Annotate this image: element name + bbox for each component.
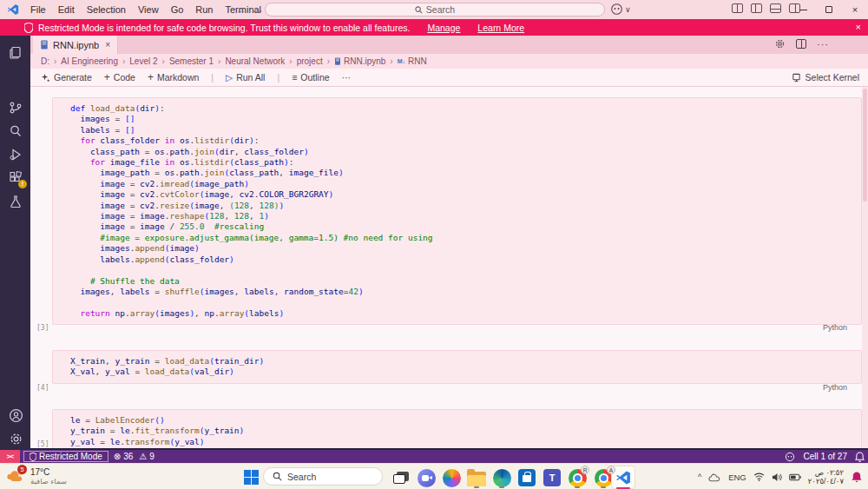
file-explorer-button[interactable] <box>466 467 487 488</box>
split-editor-icon[interactable] <box>796 39 806 49</box>
tab-label: RNN.ipynb <box>53 40 99 50</box>
toggle-panel-icon[interactable] <box>770 3 781 13</box>
chrome-profile-badge: A <box>607 466 615 474</box>
code-editor[interactable]: X_train, y_train = load_data(train_dir)X… <box>70 356 861 378</box>
activity-bar: ! <box>0 36 30 450</box>
wifi-icon[interactable] <box>753 472 765 481</box>
breadcrumb-cell[interactable]: M↓ RNN <box>398 56 427 66</box>
account-icon[interactable] <box>8 407 23 423</box>
customize-layout-icon[interactable] <box>732 3 743 13</box>
microsoft-store-button[interactable] <box>516 467 537 488</box>
settings-gear-icon[interactable] <box>8 431 23 446</box>
chrome-profile-badge: R <box>581 466 589 474</box>
minimize-button[interactable] <box>790 0 816 19</box>
restricted-mode-banner: Restricted Mode is intended for safe cod… <box>0 19 868 36</box>
menu-file[interactable]: File <box>24 0 52 19</box>
breadcrumb-project[interactable]: project <box>297 56 334 66</box>
code-cell-1[interactable]: def load_data(dir): images = [] labels =… <box>52 97 862 325</box>
command-center-search[interactable]: Search <box>265 3 605 17</box>
kernel-icon <box>792 73 801 83</box>
testing-icon[interactable] <box>8 194 23 209</box>
execution-count: [3] <box>36 324 49 332</box>
banner-close-icon[interactable]: × <box>856 19 861 36</box>
copilot-icon <box>610 3 623 16</box>
code-cell-2[interactable]: X_train, y_train = load_data(train_dir)X… <box>52 350 862 384</box>
code-cell-3[interactable]: le = LabelEncoder()y_train = le.fit_tran… <box>52 409 862 448</box>
explorer-icon[interactable] <box>8 45 23 61</box>
menu-selection[interactable]: Selection <box>81 0 132 19</box>
copilot-menu-button[interactable]: ∨ <box>610 3 631 16</box>
running-indicator <box>499 486 504 488</box>
forward-icon[interactable]: → <box>253 0 264 19</box>
language-indicator[interactable]: ENG <box>728 472 746 482</box>
cell-language-label[interactable]: Python <box>823 323 847 332</box>
breadcrumb-level-2[interactable]: Level 2 <box>129 56 169 66</box>
generate-button[interactable]: Generate <box>41 72 92 83</box>
maximize-button[interactable] <box>816 0 842 19</box>
breadcrumb-neural-network[interactable]: Neural Network <box>225 56 296 66</box>
add-markdown-button[interactable]: + Markdown <box>148 71 199 83</box>
run-all-button[interactable]: ▷ Run All <box>226 72 265 83</box>
manage-link[interactable]: Manage <box>427 23 460 33</box>
chat-icon <box>418 469 436 487</box>
edge-icon <box>493 469 511 487</box>
task-view-button[interactable] <box>391 467 411 488</box>
weather-widget[interactable]: 5 17°C سماء صافية <box>5 466 67 486</box>
cell-position-status[interactable]: Cell 1 of 27 <box>803 452 847 461</box>
titlebar: File Edit Selection View Go Run Terminal… <box>0 0 868 19</box>
problems-status[interactable]: ⊗ 36 ⚠ 9 <box>108 450 160 463</box>
editor-tab-bar: RNN.ipynb × ··· <box>30 36 868 54</box>
battery-icon[interactable] <box>789 473 801 481</box>
status-bar: >< Restricted Mode ⊗ 36 ⚠ 9 Cell 1 of 27 <box>0 450 868 463</box>
breadcrumb-drive[interactable]: D: <box>41 56 61 66</box>
code-editor[interactable]: def load_data(dir): images = [] labels =… <box>70 103 861 319</box>
tab-close-icon[interactable]: × <box>105 40 110 50</box>
toolbar-more-icon[interactable]: ··· <box>342 72 352 83</box>
close-button[interactable]: × <box>842 0 868 19</box>
run-all-icon: ▷ <box>226 72 233 83</box>
onedrive-cloud-icon[interactable] <box>708 472 721 482</box>
tab-rnn-ipynb[interactable]: RNN.ipynb × <box>33 36 118 54</box>
menu-go[interactable]: Go <box>165 0 190 19</box>
teams-button[interactable]: T <box>542 467 562 488</box>
cell-language-label[interactable]: Python <box>823 383 847 392</box>
copilot-app-button[interactable] <box>441 467 462 488</box>
hidden-icons-chevron-icon[interactable]: ^ <box>698 472 701 481</box>
breadcrumb-ai-engineering[interactable]: AI Engineering <box>61 56 129 66</box>
extensions-icon[interactable]: ! <box>8 170 23 186</box>
chat-app-button[interactable] <box>416 467 437 488</box>
add-code-button[interactable]: + Code <box>104 71 135 83</box>
menu-view[interactable]: View <box>132 0 165 19</box>
notification-bell-icon[interactable] <box>851 471 863 483</box>
scrollbar-thumb[interactable] <box>863 89 867 202</box>
start-button[interactable] <box>244 470 259 485</box>
breadcrumb-file[interactable]: RNN.ipynb <box>334 56 398 66</box>
running-indicator <box>575 486 580 488</box>
clock[interactable]: ٠٢:٥٢ ص ٢٠٢٥/٠٤/٠٧ <box>808 468 844 486</box>
select-kernel-button[interactable]: Select Kernel <box>792 72 859 83</box>
restricted-mode-status[interactable]: Restricted Mode <box>23 451 108 462</box>
breadcrumb-semester-1[interactable]: Semester 1 <box>169 56 225 66</box>
remote-indicator[interactable]: >< <box>0 450 20 463</box>
edge-button[interactable] <box>491 467 512 488</box>
source-control-icon[interactable] <box>8 100 23 116</box>
copilot-status-icon[interactable] <box>785 452 795 462</box>
learn-more-link[interactable]: Learn More <box>477 23 524 33</box>
notifications-bell-icon[interactable] <box>855 452 865 462</box>
chrome-profile1-button[interactable]: R <box>567 467 588 488</box>
shield-icon <box>24 23 33 33</box>
outline-button[interactable]: ≡ Outline <box>292 72 329 83</box>
search-icon[interactable] <box>8 123 23 139</box>
back-icon[interactable]: ← <box>236 0 247 19</box>
code-editor[interactable]: le = LabelEncoder()y_train = le.fit_tran… <box>70 415 861 447</box>
gear-icon[interactable] <box>774 38 786 50</box>
more-actions-icon[interactable]: ··· <box>817 39 829 50</box>
run-debug-icon[interactable] <box>8 147 23 162</box>
notebook-scrollbar[interactable] <box>862 87 868 448</box>
taskbar-search[interactable]: Search <box>263 467 383 486</box>
menu-run[interactable]: Run <box>189 0 219 19</box>
shield-icon <box>30 453 36 461</box>
menu-edit[interactable]: Edit <box>52 0 81 19</box>
volume-icon[interactable] <box>772 472 782 482</box>
toggle-sidebar-icon[interactable] <box>751 3 762 13</box>
